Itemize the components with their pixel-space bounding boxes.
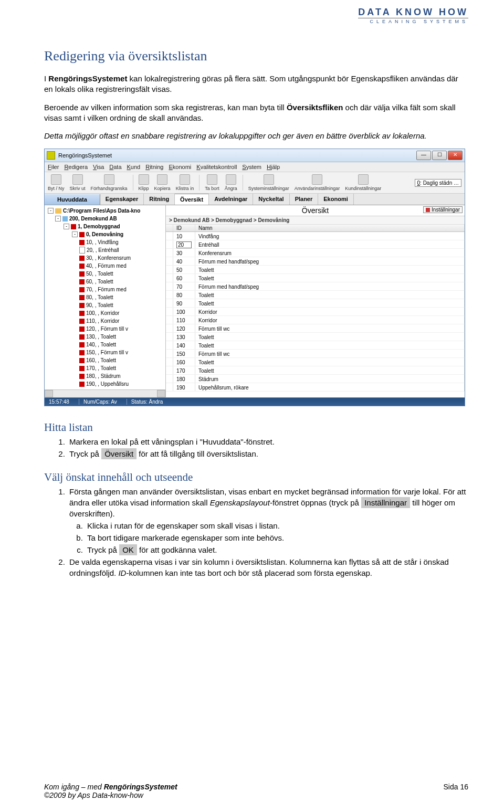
toolbar-ta-bort[interactable]: Ta bort [205,174,219,191]
table-row[interactable]: 60Toalett [166,274,465,282]
cell-id[interactable]: 80 [173,291,195,299]
table-row[interactable]: 50Toalett [166,266,465,274]
tree-room[interactable]: 140, , Toalett [47,341,165,349]
table-row[interactable]: 40Förrum med handfat/speg [166,257,465,266]
menu-ekonomi[interactable]: Ekonomi [167,163,192,171]
table-row[interactable]: 160Toalett [166,358,465,366]
menu-ritning[interactable]: Ritning [144,163,164,171]
tree-room[interactable]: 90, , Toalett [47,301,165,309]
table-row[interactable]: 90Toalett [166,299,465,308]
row-handle[interactable] [166,232,173,240]
cell-namn[interactable]: Vindfång [195,232,465,240]
menu-hjälp[interactable]: Hjälp [266,163,281,171]
table-row[interactable]: 80Toalett [166,291,465,299]
row-handle[interactable] [166,308,173,315]
tree-room[interactable]: 190, , Uppehållsru [47,380,165,388]
cell-id[interactable]: 90 [173,299,195,307]
menu-filer[interactable]: Filer [47,163,60,171]
menu-visa[interactable]: Visa [92,163,105,171]
row-handle[interactable] [166,350,173,357]
row-handle[interactable] [166,366,173,374]
cell-namn[interactable]: Toalett [195,291,465,299]
cell-namn[interactable]: Städrum [195,375,465,383]
row-handle[interactable] [166,375,173,383]
toolbar-kopiera[interactable]: Kopiera [154,174,171,191]
cell-namn[interactable]: Förrum med handfat/speg [195,282,465,290]
grid-header[interactable]: ID Namn [166,225,465,232]
titlebar[interactable]: RengöringsSystemet — ☐ ✕ [45,149,465,162]
table-row[interactable]: Entréhall [166,240,465,249]
row-handle[interactable] [166,291,173,299]
table-row[interactable]: 100Korridor [166,308,465,316]
tree-room[interactable]: 50, , Toalett [47,270,165,278]
table-row[interactable]: 180Städrum [166,375,465,383]
row-handle[interactable] [166,282,173,290]
tab-avdelningar[interactable]: Avdelningar [209,194,253,205]
cell-id[interactable]: 130 [173,333,195,341]
tree-room[interactable]: 110, , Korridor [47,317,165,325]
tree-room[interactable]: 150, , Förrum till v [47,349,165,356]
table-row[interactable]: 30Konferensrum [166,249,465,257]
row-handle[interactable] [166,341,173,349]
cell-id[interactable]: 10 [173,232,195,240]
table-row[interactable]: 120Förrum till wc [166,324,465,333]
table-row[interactable]: 140Toalett [166,341,465,350]
menu-bar[interactable]: FilerRedigeraVisaDataKundRitningEkonomiK… [45,162,465,172]
toolbar-förhandsgranska[interactable]: Förhandsgranska [91,174,128,191]
tree-floor[interactable]: - 0, Demovåning [47,230,165,238]
cell-namn[interactable]: Toalett [195,266,465,273]
cell-id[interactable]: 160 [173,358,195,366]
cell-namn[interactable]: Uppehållsrum, rökare [195,383,465,391]
table-row[interactable]: 10Vindfång [166,232,465,240]
cell-id-input[interactable] [176,241,192,248]
cell-namn[interactable]: Förrum till wc [195,324,465,332]
tree-room[interactable]: 20, , Entréhall [47,246,165,254]
toolbar-klipp[interactable]: Klipp [139,174,149,191]
tree-room[interactable]: 100, , Korridor [47,309,165,317]
cell-id[interactable]: 170 [173,366,195,374]
tree-room[interactable]: 60, , Toalett [47,278,165,286]
row-handle[interactable] [166,299,173,307]
tab-egenskaper[interactable]: Egenskaper [100,194,144,205]
menu-kvalitetskontroll[interactable]: Kvalitetskontroll [195,163,238,171]
toolbar-klistra-in[interactable]: Klistra in [176,174,194,191]
tree-room[interactable]: 40, , Förrum med [47,262,165,270]
settings-button[interactable]: Inställningar [423,206,463,213]
minimize-button[interactable]: — [416,151,431,160]
row-handle[interactable] [166,240,173,248]
menu-kund[interactable]: Kund [126,163,142,171]
menu-system[interactable]: System [241,163,262,171]
cell-id[interactable]: 100 [173,308,195,315]
tree-horizontal-scrollbar[interactable] [45,389,165,397]
row-handle[interactable] [166,324,173,332]
tree-customer[interactable]: - 200, Demokund AB [47,215,165,223]
cell-id[interactable]: 110 [173,316,195,324]
row-handle[interactable] [166,266,173,273]
close-button[interactable]: ✕ [448,151,463,160]
tree-room[interactable]: 170, , Toalett [47,364,165,372]
row-handle[interactable] [166,274,173,282]
tree-view[interactable]: - C:\Program Files\Aps Data-kno - 200, D… [45,205,165,389]
tree-room[interactable]: 70, , Förrum med [47,286,165,293]
tab-ritning[interactable]: Ritning [144,194,175,205]
cell-namn[interactable]: Korridor [195,308,465,315]
tab-ekonomi[interactable]: Ekonomi [318,194,353,205]
row-handle[interactable] [166,257,173,265]
row-handle[interactable] [166,358,173,366]
cell-namn[interactable]: Toalett [195,366,465,374]
toolbar-byt-ny[interactable]: Byt / Ny [48,174,65,191]
tab-nyckeltal[interactable]: Nyckeltal [253,194,289,205]
toolbar-skriv-ut[interactable]: Skriv ut [70,174,86,191]
tab-översikt[interactable]: Översikt [175,194,209,205]
scroll-left-button[interactable] [45,390,53,397]
table-row[interactable]: 130Toalett [166,333,465,341]
tree-room[interactable]: 10, , Vindfång [47,238,165,246]
tree-room[interactable]: 80, , Toalett [47,293,165,301]
cell-id[interactable]: 60 [173,274,195,282]
row-handle[interactable] [166,383,173,391]
tree-room[interactable]: 130, , Toalett [47,333,165,341]
period-selector[interactable]: 0: Daglig städn … [415,179,462,187]
table-row[interactable]: 70Förrum med handfat/speg [166,282,465,291]
cell-id[interactable]: 140 [173,341,195,349]
cell-namn[interactable]: Korridor [195,316,465,324]
